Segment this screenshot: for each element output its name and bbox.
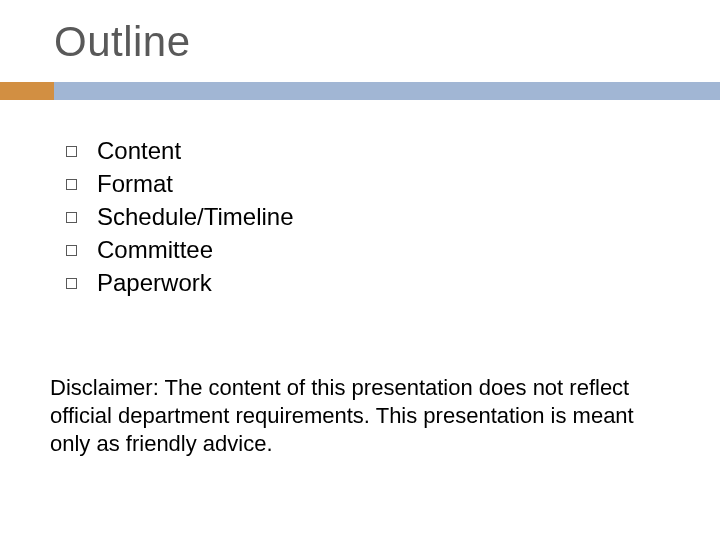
slide-title: Outline: [54, 18, 191, 66]
square-bullet-icon: [66, 179, 77, 190]
list-item: Schedule/Timeline: [66, 202, 294, 232]
square-bullet-icon: [66, 245, 77, 256]
list-item: Committee: [66, 235, 294, 265]
list-item: Content: [66, 136, 294, 166]
list-item-label: Schedule/Timeline: [97, 202, 294, 232]
square-bullet-icon: [66, 278, 77, 289]
list-item-label: Content: [97, 136, 181, 166]
list-item-label: Format: [97, 169, 173, 199]
square-bullet-icon: [66, 146, 77, 157]
list-item-label: Committee: [97, 235, 213, 265]
square-bullet-icon: [66, 212, 77, 223]
divider-bar: [0, 82, 720, 100]
list-item-label: Paperwork: [97, 268, 212, 298]
list-item: Format: [66, 169, 294, 199]
slide: Outline Content Format Schedule/Timeline…: [0, 0, 720, 540]
bullet-list: Content Format Schedule/Timeline Committ…: [66, 136, 294, 301]
divider-accent: [0, 82, 54, 100]
divider-main: [54, 82, 720, 100]
list-item: Paperwork: [66, 268, 294, 298]
disclaimer-text: Disclaimer: The content of this presenta…: [50, 374, 650, 458]
